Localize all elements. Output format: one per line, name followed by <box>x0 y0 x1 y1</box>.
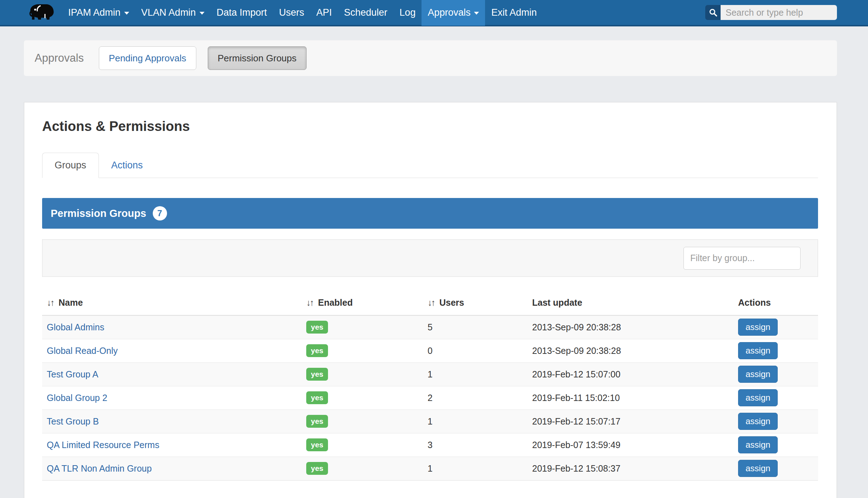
group-name-link[interactable]: Global Admins <box>47 322 104 332</box>
cell-enabled: yes <box>302 339 423 362</box>
page-header-band: Approvals Pending ApprovalsPermission Gr… <box>24 40 837 76</box>
nav-item-data-import[interactable]: Data Import <box>211 0 273 26</box>
sort-icon: ↓↑ <box>428 298 434 308</box>
sort-icon: ↓↑ <box>47 298 54 308</box>
group-name-link[interactable]: QA TLR Non Admin Group <box>47 463 152 473</box>
assign-button[interactable]: assign <box>738 366 778 383</box>
column-label: Enabled <box>318 298 353 308</box>
assign-button[interactable]: assign <box>738 342 778 359</box>
cell-last-update: 2019-Feb-12 15:08:37 <box>528 457 733 480</box>
cell-name: Global Read-Only <box>42 339 302 362</box>
phpipam-elephant-logo-icon <box>26 2 57 23</box>
table-row: Global Group 2yes22019-Feb-11 15:02:10as… <box>42 386 818 410</box>
chevron-down-icon <box>124 12 129 15</box>
cell-actions: assign <box>733 339 818 362</box>
column-header-users[interactable]: ↓↑Users <box>423 285 528 315</box>
column-header-name[interactable]: ↓↑Name <box>42 285 302 315</box>
tab-groups[interactable]: Groups <box>42 153 99 178</box>
nav-item-label: Scheduler <box>344 7 388 18</box>
table-header: ↓↑Name↓↑Enabled↓↑UsersLast updateActions <box>42 285 818 315</box>
table-row: QA TLR Non Admin Groupyes12019-Feb-12 15… <box>42 457 818 480</box>
cell-enabled: yes <box>302 410 423 433</box>
assign-button[interactable]: assign <box>738 389 778 406</box>
card-title: Actions & Permissions <box>42 119 818 134</box>
table-row: Test Group Byes12019-Feb-12 15:07:17assi… <box>42 410 818 433</box>
cell-name: Test Group A <box>42 362 302 386</box>
page-header-buttons: Pending ApprovalsPermission Groups <box>99 46 307 70</box>
nav-item-label: IPAM Admin <box>68 7 121 18</box>
column-label: Name <box>59 298 83 308</box>
cell-actions: assign <box>733 362 818 386</box>
cell-enabled: yes <box>302 457 423 480</box>
permission-groups-panel-heading: Permission Groups 7 <box>42 198 818 229</box>
column-label: Users <box>439 298 464 308</box>
nav-item-label: Log <box>399 7 415 18</box>
panel-title: Permission Groups <box>51 208 146 219</box>
cell-last-update: 2019-Feb-12 15:07:00 <box>528 362 733 386</box>
permission-groups-table: ↓↑Name↓↑Enabled↓↑UsersLast updateActions… <box>42 285 818 481</box>
nav-item-api[interactable]: API <box>310 0 338 26</box>
table-row: Test Group Ayes12019-Feb-12 15:07:00assi… <box>42 362 818 386</box>
nav-item-exit-admin[interactable]: Exit Admin <box>485 0 543 26</box>
nav-item-label: API <box>316 7 332 18</box>
nav-item-label: Data Import <box>217 7 267 18</box>
cell-actions: assign <box>733 457 818 480</box>
assign-button[interactable]: assign <box>738 413 778 430</box>
group-name-link[interactable]: Global Group 2 <box>47 393 107 403</box>
group-name-link[interactable]: Test Group B <box>47 416 99 426</box>
cell-name: Global Group 2 <box>42 386 302 410</box>
nav-item-approvals[interactable]: Approvals <box>422 0 485 26</box>
cell-last-update: 2013-Sep-09 20:38:28 <box>528 315 733 339</box>
enabled-badge: yes <box>306 415 328 428</box>
cell-last-update: 2019-Feb-12 15:07:17 <box>528 410 733 433</box>
tab-actions[interactable]: Actions <box>99 153 156 178</box>
column-header-last-update: Last update <box>528 285 733 315</box>
cell-enabled: yes <box>302 315 423 339</box>
assign-button[interactable]: assign <box>738 319 778 336</box>
column-label: Last update <box>532 298 582 308</box>
group-name-link[interactable]: QA Limited Resource Perms <box>47 440 159 450</box>
cell-name: Global Admins <box>42 315 302 339</box>
cell-last-update: 2019-Feb-07 13:59:49 <box>528 433 733 457</box>
pending-approvals-button[interactable]: Pending Approvals <box>99 46 196 70</box>
cell-actions: assign <box>733 386 818 410</box>
nav-item-users[interactable]: Users <box>273 0 311 26</box>
cell-users: 1 <box>423 457 528 480</box>
chevron-down-icon <box>474 12 479 15</box>
column-header-enabled[interactable]: ↓↑Enabled <box>302 285 423 315</box>
assign-button[interactable]: assign <box>738 436 778 453</box>
actions-permissions-card: Actions & Permissions GroupsActions Perm… <box>24 102 837 498</box>
cell-users: 2 <box>423 386 528 410</box>
enabled-badge: yes <box>306 321 328 334</box>
nav-item-label: Approvals <box>428 7 470 18</box>
column-label: Actions <box>738 298 771 308</box>
search-icon[interactable] <box>705 5 721 20</box>
cell-enabled: yes <box>302 433 423 457</box>
nav-item-label: Users <box>279 7 304 18</box>
nav-item-label: Exit Admin <box>491 7 537 18</box>
cell-actions: assign <box>733 410 818 433</box>
cell-last-update: 2013-Sep-09 20:38:28 <box>528 339 733 362</box>
filter-by-group-input[interactable] <box>683 247 801 270</box>
table-row: QA Limited Resource Permsyes32019-Feb-07… <box>42 433 818 457</box>
navbar-menu: IPAM AdminVLAN AdminData ImportUsersAPIS… <box>62 0 543 26</box>
cell-users: 1 <box>423 362 528 386</box>
cell-actions: assign <box>733 315 818 339</box>
nav-item-scheduler[interactable]: Scheduler <box>338 0 394 26</box>
count-badge: 7 <box>153 206 167 220</box>
cell-users: 3 <box>423 433 528 457</box>
group-name-link[interactable]: Test Group A <box>47 369 99 379</box>
search-input[interactable] <box>721 5 837 20</box>
nav-item-label: VLAN Admin <box>141 7 196 18</box>
enabled-badge: yes <box>306 368 328 381</box>
nav-item-vlan-admin[interactable]: VLAN Admin <box>135 0 211 26</box>
cell-users: 0 <box>423 339 528 362</box>
group-name-link[interactable]: Global Read-Only <box>47 346 118 356</box>
cell-enabled: yes <box>302 386 423 410</box>
permission-groups-button[interactable]: Permission Groups <box>208 46 307 70</box>
nav-item-log[interactable]: Log <box>393 0 422 26</box>
table-body: Global Adminsyes52013-Sep-09 20:38:28ass… <box>42 315 818 480</box>
assign-button[interactable]: assign <box>738 460 778 477</box>
nav-item-ipam-admin[interactable]: IPAM Admin <box>62 0 135 26</box>
cell-last-update: 2019-Feb-11 15:02:10 <box>528 386 733 410</box>
